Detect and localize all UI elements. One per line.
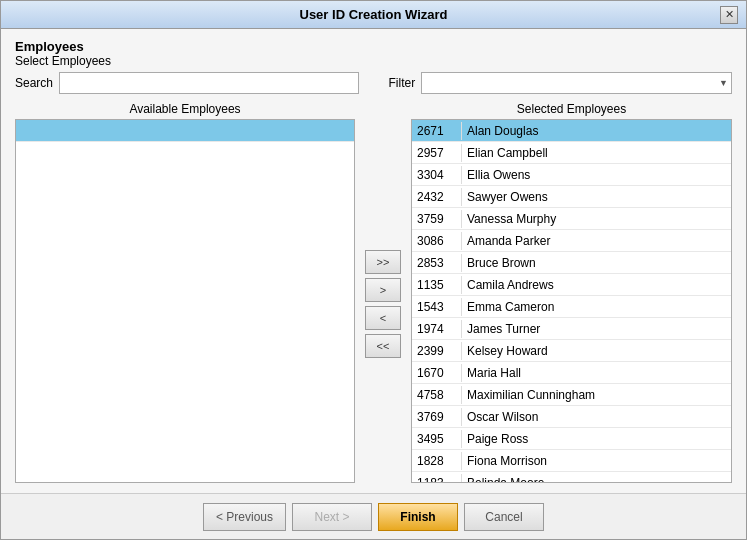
section-header: Employees Select Employees [15,39,732,68]
employee-id: 3759 [412,210,462,228]
available-employees-col: Available Employees [15,102,355,483]
employee-name: Oscar Wilson [462,408,731,426]
employee-name: Maria Hall [462,364,731,382]
columns-row: Available Employees >> > < << Selected E… [15,102,732,483]
selected-employees-list[interactable]: 2671Alan Douglas2957Elian Campbell3304El… [411,119,732,483]
employee-id: 2399 [412,342,462,360]
section-subtitle: Select Employees [15,54,732,68]
move-buttons: >> > < << [359,124,407,483]
employee-id: 2853 [412,254,462,272]
dialog: User ID Creation Wizard ✕ Employees Sele… [0,0,747,540]
list-item[interactable]: 3495Paige Ross [412,428,731,450]
filter-area: Filter [389,72,733,94]
list-item[interactable]: 4758Maximilian Cunningham [412,384,731,406]
dialog-title: User ID Creation Wizard [27,7,720,22]
selected-col-label: Selected Employees [411,102,732,116]
employee-id: 4758 [412,386,462,404]
employee-name: Bruce Brown [462,254,731,272]
employee-id: 3769 [412,408,462,426]
list-item[interactable]: 2957Elian Campbell [412,142,731,164]
previous-button[interactable]: < Previous [203,503,286,531]
list-item[interactable]: 1543Emma Cameron [412,296,731,318]
list-item[interactable]: 1135Camila Andrews [412,274,731,296]
title-bar: User ID Creation Wizard ✕ [1,1,746,29]
employee-id: 1183 [412,474,462,484]
list-item[interactable]: 1828Fiona Morrison [412,450,731,472]
list-item[interactable]: 1974James Turner [412,318,731,340]
employee-id: 1135 [412,276,462,294]
employee-id: 2957 [412,144,462,162]
list-item[interactable]: 2671Alan Douglas [412,120,731,142]
move-left-button[interactable]: < [365,306,401,330]
employee-name: Elian Campbell [462,144,731,162]
list-item[interactable]: 2853Bruce Brown [412,252,731,274]
next-button[interactable]: Next > [292,503,372,531]
employee-name: Kelsey Howard [462,342,731,360]
employee-id: 1670 [412,364,462,382]
move-all-right-button[interactable]: >> [365,250,401,274]
content-area: Employees Select Employees Search Filter [1,29,746,493]
list-item[interactable]: 1670Maria Hall [412,362,731,384]
employee-name: Maximilian Cunningham [462,386,731,404]
employee-id: 2432 [412,188,462,206]
available-empty-row [16,120,354,142]
search-area: Search [15,72,359,94]
employee-name: Emma Cameron [462,298,731,316]
employee-name: Alan Douglas [462,122,731,140]
employee-name: Amanda Parker [462,232,731,250]
employee-name: Fiona Morrison [462,452,731,470]
list-item[interactable]: 1183Belinda Moore [412,472,731,483]
search-input[interactable] [59,72,358,94]
list-item[interactable]: 2399Kelsey Howard [412,340,731,362]
search-filter-row: Search Filter [15,72,732,94]
list-item[interactable]: 3769Oscar Wilson [412,406,731,428]
employee-id: 1974 [412,320,462,338]
move-all-left-button[interactable]: << [365,334,401,358]
employee-name: Paige Ross [462,430,731,448]
cancel-button[interactable]: Cancel [464,503,544,531]
filter-label: Filter [389,76,416,90]
employee-name: Camila Andrews [462,276,731,294]
employee-id: 1543 [412,298,462,316]
list-item[interactable]: 3086Amanda Parker [412,230,731,252]
employee-id: 3086 [412,232,462,250]
move-right-button[interactable]: > [365,278,401,302]
employee-name: Belinda Moore [462,474,731,484]
employee-id: 3304 [412,166,462,184]
filter-wrapper [421,72,732,94]
available-employees-list[interactable] [15,119,355,483]
footer: < Previous Next > Finish Cancel [1,493,746,539]
finish-button[interactable]: Finish [378,503,458,531]
employee-name: Ellia Owens [462,166,731,184]
list-item[interactable]: 3304Ellia Owens [412,164,731,186]
available-col-label: Available Employees [15,102,355,116]
employee-name: James Turner [462,320,731,338]
search-label: Search [15,76,53,90]
list-item[interactable]: 3759Vanessa Murphy [412,208,731,230]
filter-select[interactable] [421,72,732,94]
employee-name: Vanessa Murphy [462,210,731,228]
employee-id: 3495 [412,430,462,448]
close-icon: ✕ [725,8,734,21]
employee-id: 2671 [412,122,462,140]
close-button[interactable]: ✕ [720,6,738,24]
section-title: Employees [15,39,732,54]
employee-id: 1828 [412,452,462,470]
selected-employees-col: Selected Employees 2671Alan Douglas2957E… [411,102,732,483]
list-item[interactable]: 2432Sawyer Owens [412,186,731,208]
employee-name: Sawyer Owens [462,188,731,206]
